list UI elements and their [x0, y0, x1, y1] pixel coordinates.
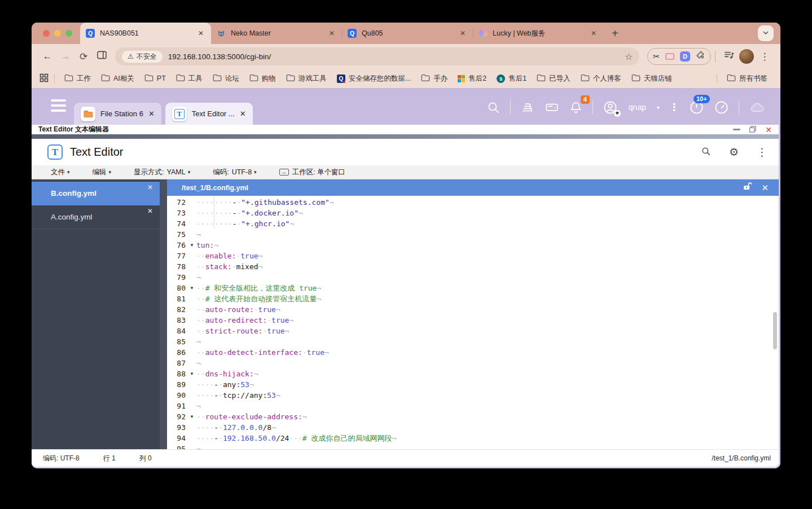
tab-close-icon[interactable]: ✕ [327, 29, 336, 38]
bookmark-item[interactable]: PT [139, 72, 171, 85]
fold-toggle-icon[interactable]: ▾ [187, 411, 196, 422]
bookmark-item[interactable]: 个人博客 [576, 72, 626, 85]
editor-search-icon[interactable] [701, 146, 711, 159]
editor-line[interactable]: 73········-·"+.docker.io"¬ [167, 208, 779, 218]
unlock-icon[interactable] [742, 181, 753, 194]
editor-line[interactable]: 90····-·tcp://any:53¬ [167, 390, 779, 401]
address-bar[interactable]: ⚠ 不安全 192.168.100.138:5000/cgi-bin/ ☆ [115, 47, 639, 65]
bookmark-star-icon[interactable]: ☆ [625, 51, 633, 62]
bookmark-item[interactable]: 论坛 [208, 72, 244, 85]
editor-scrollbar-thumb[interactable] [773, 312, 777, 349]
side-panel-button[interactable] [93, 47, 111, 65]
bookmark-item[interactable]: 游戏工具 [281, 72, 332, 85]
editor-line[interactable]: 79¬ [167, 272, 779, 283]
editor-line[interactable]: 74········-·"+.ghcr.io"¬ [167, 218, 779, 229]
window-titlebar[interactable]: Text Editor 文本编辑器 ✕ [32, 125, 779, 134]
bookmark-item[interactable]: s售后1 [491, 72, 532, 85]
scissors-extension-icon[interactable]: ✂ [653, 52, 660, 61]
user-chevron-down-icon[interactable]: ▾ [657, 104, 660, 111]
user-account-icon[interactable]: ★ [603, 100, 618, 115]
url-text[interactable]: 192.168.100.138:5000/cgi-bin/ [168, 52, 620, 61]
bookmark-item[interactable]: 购物 [244, 72, 281, 85]
bookmark-item[interactable]: 售后2 [453, 72, 491, 85]
search-icon[interactable] [486, 100, 501, 115]
fold-toggle-icon[interactable]: ▾ [187, 368, 196, 379]
notifications-bell-icon[interactable]: 4 [569, 100, 583, 115]
editor-line[interactable]: 81··# 这代表开始自动接管宿主机流量¬ [167, 293, 779, 304]
sidebar-splitter[interactable] [160, 179, 167, 449]
editor-line[interactable]: 80▾··# 和安全版相比，这里改成 true¬ [167, 283, 779, 293]
file-item-close-icon[interactable]: ✕ [147, 183, 153, 191]
bookmark-item[interactable]: 手办 [416, 72, 453, 85]
close-window-button[interactable] [43, 30, 50, 37]
tab-close-icon[interactable]: ✕ [589, 29, 598, 38]
editor-line[interactable]: 95¬ [167, 444, 779, 449]
menu-edit[interactable]: 编辑 ▾ [93, 168, 112, 177]
qnap-app-tab[interactable]: File Station 6✕ [74, 103, 161, 125]
settings-gear-icon[interactable]: ⚙ [729, 147, 739, 157]
menu-workspace[interactable]: ↔ 工作区: 单个窗口 [279, 168, 345, 177]
menu-display-mode[interactable]: 显示方式: YAML ▾ [134, 168, 190, 177]
external-device-icon[interactable] [545, 100, 559, 115]
extensions-puzzle-icon[interactable] [696, 51, 705, 63]
fold-toggle-icon[interactable]: ▾ [187, 283, 196, 293]
myqnapcloud-icon[interactable] [749, 100, 766, 115]
security-chip[interactable]: ⚠ 不安全 [122, 51, 163, 63]
file-close-icon[interactable]: ✕ [761, 183, 769, 193]
app-tab-close-icon[interactable]: ✕ [240, 109, 246, 118]
profile-button[interactable] [738, 47, 756, 65]
zoom-window-button[interactable] [65, 30, 72, 37]
apps-grid-icon[interactable] [39, 73, 49, 84]
open-file-item[interactable]: ✕A.config.yml [32, 205, 160, 229]
editor-line[interactable]: 89····-·any:53¬ [167, 379, 779, 390]
editor-line[interactable]: 77··enable:·true¬ [167, 251, 779, 261]
browser-tab[interactable]: Lucky | Web服务✕ [473, 23, 604, 44]
menu-encoding[interactable]: 编码: UTF-8 ▾ [213, 168, 256, 177]
editor-more-icon[interactable]: ⋮ [757, 147, 767, 157]
file-tab-path[interactable]: /test_1/B.config.yml [182, 184, 248, 192]
bookmark-item[interactable]: 已导入 [532, 72, 576, 85]
editor-line[interactable]: 76▾tun:¬ [167, 240, 779, 251]
open-file-item[interactable]: ✕B.config.yml [32, 182, 160, 205]
qnap-app-tab[interactable]: TText Editor ...✕ [165, 103, 253, 125]
resource-monitor-icon[interactable]: 10+ [689, 100, 704, 115]
bookmark-item[interactable]: 工具 [171, 72, 208, 85]
main-menu-button[interactable] [51, 99, 66, 112]
back-button[interactable]: ← [38, 47, 56, 65]
bookmark-item[interactable]: 工作 [59, 72, 96, 85]
reload-button[interactable]: ⟳ [74, 47, 93, 65]
editor-line[interactable]: 72········-·"+.githubassets.com"¬ [167, 197, 779, 208]
browser-tab[interactable]: QQu805✕ [342, 23, 473, 44]
tv-extension-icon[interactable] [665, 53, 674, 60]
username-label[interactable]: qnap [629, 103, 646, 112]
dashboard-gauge-icon[interactable] [714, 100, 729, 115]
browser-tab[interactable]: QNAS90B051✕ [80, 23, 211, 44]
editor-line[interactable]: 78··stack:·mixed¬ [167, 261, 779, 272]
minimize-window-button[interactable] [54, 30, 61, 37]
code-editor[interactable]: 72········-·"+.githubassets.com"¬73·····… [167, 196, 779, 449]
editor-line[interactable]: 91¬ [167, 401, 779, 411]
maximize-icon[interactable] [749, 125, 756, 135]
bookmark-item[interactable]: 天猫店铺 [626, 72, 677, 85]
editor-line[interactable]: 85¬ [167, 336, 779, 347]
editor-line[interactable]: 87¬ [167, 358, 779, 368]
fold-toggle-icon[interactable]: ▾ [187, 240, 196, 251]
menu-file[interactable]: 文件 ▾ [51, 168, 70, 177]
editor-line[interactable]: 83··auto-redirect:·true¬ [167, 315, 779, 326]
forward-button[interactable]: → [56, 47, 74, 65]
editor-line[interactable]: 84··strict-route:·true¬ [167, 326, 779, 336]
browser-menu-button[interactable]: ⋮ [756, 47, 774, 65]
editor-line[interactable]: 75¬ [167, 229, 779, 240]
tab-close-icon[interactable]: ✕ [196, 29, 205, 38]
header-more-icon[interactable]: ⋮ [669, 101, 679, 113]
media-controls-button[interactable] [719, 47, 738, 65]
d-extension-icon[interactable]: D [680, 51, 690, 62]
editor-line[interactable]: 86··auto-detect-interface:·true¬ [167, 347, 779, 358]
tab-search-button[interactable] [758, 25, 774, 41]
bookmark-item[interactable]: Q安全储存您的数据... [332, 72, 416, 85]
browser-tab[interactable]: Neko Master✕ [211, 23, 342, 44]
editor-line[interactable]: 93····-·127.0.0.0/8¬ [167, 422, 779, 433]
tab-close-icon[interactable]: ✕ [458, 29, 467, 38]
close-icon[interactable]: ✕ [765, 126, 772, 134]
editor-line[interactable]: 94····-·192.168.50.0/24···# 改成你自己的局域网网段¬ [167, 433, 779, 444]
